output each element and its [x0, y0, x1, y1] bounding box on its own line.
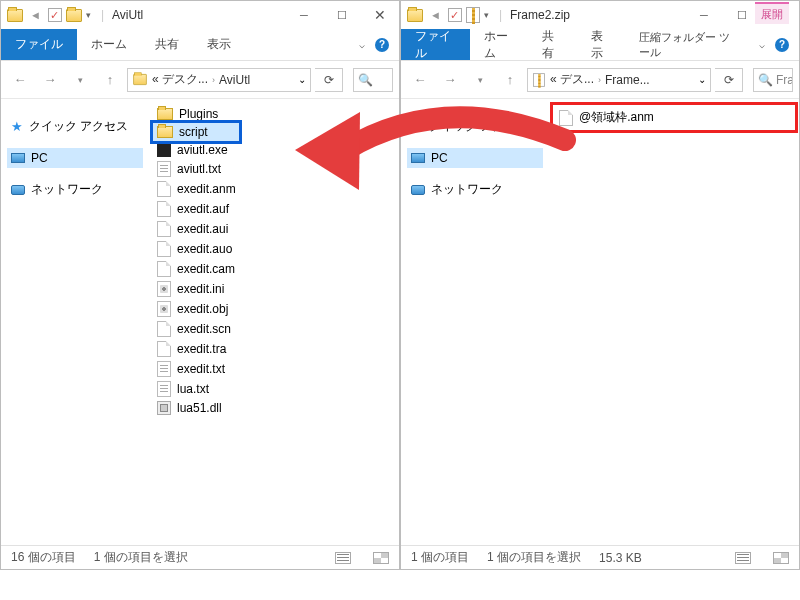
qat-properties-icon[interactable]: ✓ — [48, 8, 62, 22]
qat-zip-icon[interactable] — [466, 7, 480, 23]
ribbon-tab-share[interactable]: 共有 — [141, 29, 193, 60]
title-separator: | — [101, 8, 104, 22]
file-list[interactable]: Pluginsscriptaviutl.exeaviutl.txtexedit.… — [149, 99, 399, 545]
client-area: ★ クイック アクセス PC ネットワーク @領域枠.anm — [401, 99, 799, 545]
nav-network[interactable]: ネットワーク — [407, 178, 543, 201]
ribbon-tab-file[interactable]: ファイル — [401, 29, 470, 60]
breadcrumb-current[interactable]: AviUtl — [219, 73, 250, 87]
nav-up-button[interactable]: ↑ — [97, 67, 123, 93]
file-name: exedit.aui — [177, 222, 228, 236]
nav-back-button[interactable]: ← — [7, 67, 33, 93]
view-large-icon[interactable] — [773, 552, 789, 564]
search-box[interactable]: 🔍 — [353, 68, 393, 92]
file-item[interactable]: exedit.auf — [153, 199, 395, 219]
generic-file-icon — [157, 221, 171, 237]
qat-customize-icon[interactable]: ▾ — [484, 10, 489, 20]
address-dropdown-icon[interactable]: ⌄ — [298, 74, 306, 85]
file-item[interactable]: exedit.ini — [153, 279, 395, 299]
ribbon-tab-home[interactable]: ホーム — [77, 29, 141, 60]
file-item[interactable]: aviutl.txt — [153, 159, 395, 179]
nav-label: ネットワーク — [31, 181, 103, 198]
file-name: exedit.tra — [177, 342, 226, 356]
file-item[interactable]: aviutl.exe — [153, 141, 395, 159]
explorer-window-right: ◄ ✓ ▾ | Frame2.zip 展開 ─ ☐ ✕ ファイル ホーム 共有 … — [400, 0, 800, 570]
maximize-button[interactable]: ☐ — [323, 1, 361, 29]
qat-newfolder-icon[interactable] — [66, 9, 82, 22]
app-icon — [7, 9, 23, 22]
minimize-button[interactable]: ─ — [685, 1, 723, 29]
breadcrumb-prefix[interactable]: « デス... — [550, 71, 594, 88]
breadcrumb-sep-icon[interactable]: › — [598, 75, 601, 85]
folder-icon — [157, 126, 173, 138]
refresh-button[interactable]: ⟳ — [715, 68, 743, 92]
file-item[interactable]: exedit.auo — [153, 239, 395, 259]
file-list[interactable]: @領域枠.anm — [549, 99, 799, 545]
file-name: lua51.dll — [177, 401, 222, 415]
titlebar[interactable]: ◄ ✓ ▾ | AviUtl ─ ☐ ✕ — [1, 1, 399, 29]
refresh-button[interactable]: ⟳ — [315, 68, 343, 92]
file-item[interactable]: exedit.obj — [153, 299, 395, 319]
pc-icon — [411, 153, 425, 163]
breadcrumb-current[interactable]: Frame... — [605, 73, 650, 87]
file-name: exedit.scn — [177, 322, 231, 336]
view-details-icon[interactable] — [335, 552, 351, 564]
ribbon-tab-context[interactable]: 圧縮フォルダー ツール — [625, 29, 749, 60]
nav-pc[interactable]: PC — [7, 148, 143, 168]
titlebar[interactable]: ◄ ✓ ▾ | Frame2.zip 展開 ─ ☐ ✕ — [401, 1, 799, 29]
nav-up-button[interactable]: ↑ — [497, 67, 523, 93]
status-bar: 1 個の項目 1 個の項目を選択 15.3 KB — [401, 545, 799, 569]
address-bar[interactable]: « デス... › Frame... ⌄ — [527, 68, 711, 92]
address-zip-icon — [533, 73, 545, 87]
nav-pc[interactable]: PC — [407, 148, 543, 168]
file-item[interactable]: exedit.aui — [153, 219, 395, 239]
ribbon-tab-view[interactable]: 表示 — [577, 29, 625, 60]
ini-file-icon — [157, 281, 171, 297]
file-item[interactable]: lua.txt — [153, 379, 395, 399]
nav-label: PC — [431, 151, 448, 165]
file-item[interactable]: exedit.txt — [153, 359, 395, 379]
ribbon-tab-file[interactable]: ファイル — [1, 29, 77, 60]
breadcrumb-sep-icon[interactable]: › — [212, 75, 215, 85]
qat-customize-icon[interactable]: ▾ — [86, 10, 91, 20]
file-item[interactable]: script — [153, 123, 239, 141]
file-item[interactable]: lua51.dll — [153, 399, 395, 417]
file-item[interactable]: exedit.cam — [153, 259, 395, 279]
minimize-button[interactable]: ─ — [285, 1, 323, 29]
close-button[interactable]: ✕ — [361, 1, 399, 29]
ribbon-tab-share[interactable]: 共有 — [528, 29, 576, 60]
ribbon-expand-icon[interactable]: ⌵ — [359, 39, 365, 50]
qat-properties-icon[interactable]: ✓ — [448, 8, 462, 22]
window-title: AviUtl — [112, 8, 143, 22]
file-name: script — [179, 125, 208, 139]
nav-label: クイック アクセス — [429, 118, 528, 135]
exe-icon — [157, 143, 171, 157]
nav-back-button[interactable]: ← — [407, 67, 433, 93]
help-icon[interactable]: ? — [775, 38, 789, 52]
view-details-icon[interactable] — [735, 552, 751, 564]
ribbon-tab-view[interactable]: 表示 — [193, 29, 245, 60]
nav-quick-access[interactable]: ★ クイック アクセス — [407, 115, 543, 138]
generic-file-icon — [157, 201, 171, 217]
help-icon[interactable]: ? — [375, 38, 389, 52]
star-icon: ★ — [411, 119, 423, 134]
file-item[interactable]: Plugins — [153, 105, 395, 123]
breadcrumb-prefix[interactable]: « デスク... — [152, 71, 208, 88]
file-item[interactable]: @領域枠.anm — [553, 105, 795, 130]
nav-quick-access[interactable]: ★ クイック アクセス — [7, 115, 143, 138]
ribbon-expand-icon[interactable]: ⌵ — [759, 39, 765, 50]
ribbon: ファイル ホーム 共有 表示 ⌵ ? — [1, 29, 399, 61]
address-dropdown-icon[interactable]: ⌄ — [698, 74, 706, 85]
ribbon-tab-home[interactable]: ホーム — [470, 29, 529, 60]
search-box[interactable]: 🔍 Fra — [753, 68, 793, 92]
file-item[interactable]: exedit.scn — [153, 319, 395, 339]
window-controls: ─ ☐ ✕ — [285, 1, 399, 29]
address-bar[interactable]: « デスク... › AviUtl ⌄ — [127, 68, 311, 92]
file-item[interactable]: exedit.tra — [153, 339, 395, 359]
nav-history-button[interactable]: ▾ — [467, 67, 493, 93]
nav-network[interactable]: ネットワーク — [7, 178, 143, 201]
nav-history-button[interactable]: ▾ — [67, 67, 93, 93]
nav-label: クイック アクセス — [29, 118, 128, 135]
address-bar-row: ← → ▾ ↑ « デス... › Frame... ⌄ ⟳ 🔍 Fra — [401, 61, 799, 99]
file-item[interactable]: exedit.anm — [153, 179, 395, 199]
view-large-icon[interactable] — [373, 552, 389, 564]
